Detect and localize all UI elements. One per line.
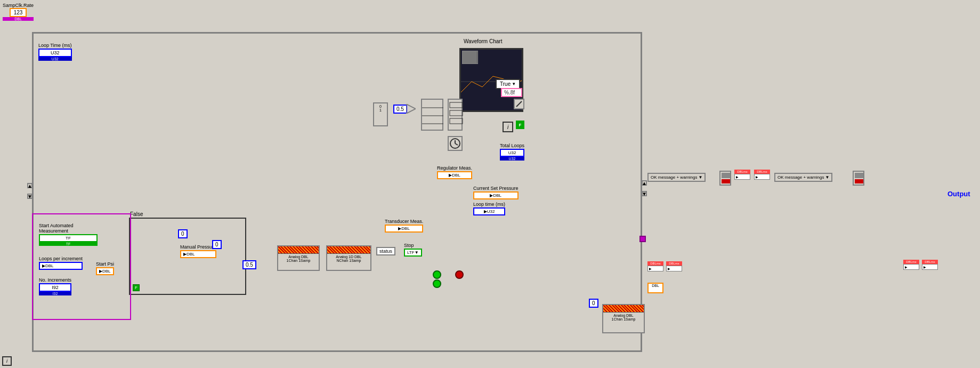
pen-icon-block[interactable] <box>514 99 524 109</box>
ok-msg-1-text: OK message + warnings <box>651 175 697 180</box>
output-label: Output <box>947 190 970 198</box>
red-circle <box>455 270 464 279</box>
array-index-block-1: 01 <box>373 102 388 126</box>
ok-msg-2-text: OK message + warnings <box>777 175 824 180</box>
loop-time-display: U32 <box>42 50 69 55</box>
total-loops-tag: U32 <box>500 157 524 161</box>
analog-dbl-top <box>278 246 319 254</box>
dbl-mux-bottom-2: DBLmx ▶ <box>666 261 682 277</box>
cur-set-press-value: ▶DBL <box>473 191 519 199</box>
stop-label: Stop <box>404 243 422 248</box>
svg-rect-77 <box>855 179 863 183</box>
loop-time-ms-value: ▶U32 <box>473 207 505 215</box>
manual-press-display: ▶DBL <box>183 252 213 257</box>
dbl-mux-bottom-1: DBLmx ▶ <box>647 261 663 277</box>
true-label: True <box>500 81 511 87</box>
sub-frame-purple <box>32 213 131 320</box>
loop-time-tag: U32 <box>38 57 72 61</box>
ok-msg-1-arrow: ▼ <box>698 175 702 180</box>
false-case-label[interactable]: False <box>130 211 143 217</box>
analog-dbl-block: Analog DBL1Chan 1Samp <box>277 245 320 271</box>
loop-time-ms-block: Loop time (ms) ▶U32 <box>473 202 505 215</box>
iter-terminal: i <box>2 356 12 366</box>
analog-dbl-label: Analog DBL1Chan 1Samp <box>278 254 319 263</box>
false-text: False <box>130 211 143 217</box>
stop-display: LTF▼ <box>407 250 419 255</box>
zero-const-bottom: 0 <box>589 299 598 308</box>
status-indicator: status <box>376 247 395 255</box>
ok-msg-block-1[interactable]: OK message + warnings ▼ <box>647 173 706 182</box>
dbl-mux-2: DBLmx ▶ <box>754 170 770 186</box>
trans-meas-block: Transducer Meas. ▶DBL <box>385 219 423 233</box>
svg-rect-74 <box>722 173 730 178</box>
reg-meas-block: Regulator Meas. ▶DBL <box>437 165 472 179</box>
stop-value: LTF▼ <box>404 249 422 257</box>
analog-1d-dbl-block: Analog 1D DBLNChan 1Samp <box>326 245 371 271</box>
dbl-indicator-bottom: DBL <box>647 283 663 293</box>
ok-msg-2-container[interactable]: OK message + warnings ▼ <box>774 173 832 182</box>
analog-1d-top <box>327 246 370 254</box>
total-loops-block: Total Loops U32 U32 <box>500 143 524 161</box>
array-out-block-1 <box>448 99 463 131</box>
ok-msg-2-arrow: ▼ <box>825 175 829 180</box>
green-circle-1 <box>433 270 441 279</box>
format-string-box: %.8f <box>501 88 522 97</box>
manual-press-block: Manual Pressure ▶DBL <box>180 244 216 258</box>
dbl-mux-right-2: DBLmx ▶ <box>922 260 938 276</box>
scroll-down[interactable]: ▼ <box>27 194 33 199</box>
reg-meas-value: ▶DBL <box>437 171 472 179</box>
svg-rect-70 <box>450 118 463 124</box>
dbl-mux-1: DBLmx ▶ <box>734 170 750 186</box>
analog-1d-label: Analog 1D DBLNChan 1Samp <box>327 254 370 263</box>
total-loops-value: U32 <box>500 149 524 157</box>
svg-rect-62 <box>462 51 477 64</box>
diagram-container: SampClk.Rate 123 DBL ▲ ▼ ▲ ▼ Loop Time (… <box>0 0 980 368</box>
i-terminal-waveform: i <box>503 122 513 132</box>
svg-rect-76 <box>855 173 863 178</box>
f-terminal: F <box>133 284 140 291</box>
multiply-05-block-2: 0.5 <box>242 260 256 269</box>
cur-set-press-block: Current Set Pressure ▶DBL <box>473 186 519 199</box>
loop-time-ms-label: Loop time (ms) <box>473 202 505 207</box>
small-icon-1 <box>719 171 731 186</box>
stop-block: Stop LTF▼ <box>404 243 422 257</box>
format-string-value: %.8f <box>504 90 515 95</box>
gain-triangle-1 <box>406 104 416 114</box>
svg-marker-64 <box>406 104 416 114</box>
scroll-right-up[interactable]: ▲ <box>642 180 647 186</box>
f-terminal-waveform: F <box>516 121 524 129</box>
trans-meas-value: ▶DBL <box>385 225 423 233</box>
analog-dbl-right-label: Analog DBL1Chan 1Samp <box>603 313 644 322</box>
multiply-05-block-1: 0.5 <box>393 105 407 114</box>
cur-set-press-label: Current Set Pressure <box>473 186 519 191</box>
loop-time-value: U32 <box>38 49 72 57</box>
sampclk-label: SampClk.Rate <box>3 3 34 8</box>
ok-msg-1-container[interactable]: OK message + warnings ▼ <box>647 173 706 182</box>
ok-msg-block-2[interactable]: OK message + warnings ▼ <box>774 173 832 182</box>
svg-rect-75 <box>722 179 730 183</box>
zero-const-1: 0 <box>212 240 222 249</box>
array-index-label-1: 01 <box>374 103 387 112</box>
timer-block <box>448 136 463 151</box>
purple-connector <box>639 236 646 242</box>
zero-const-in-case: 0 <box>178 229 188 238</box>
total-loops-display: U32 <box>504 150 520 155</box>
reg-meas-display: ▶DBL <box>441 173 468 178</box>
bundle-block-1 <box>421 99 443 131</box>
scroll-right-down[interactable]: ▼ <box>642 191 647 196</box>
total-loops-label: Total Loops <box>500 143 524 148</box>
scroll-up[interactable]: ▲ <box>27 183 33 188</box>
waveform-chart-label: Waveform Chart <box>464 38 502 44</box>
val-05-1: 0.5 <box>396 106 404 112</box>
small-icon-2 <box>853 171 864 186</box>
svg-line-78 <box>516 101 522 107</box>
reg-meas-label: Regulator Meas. <box>437 165 472 171</box>
loop-time-block: Loop Time (ms) U32 U32 <box>38 43 72 61</box>
analog-dbl-right-block: Analog DBL1Chan 1Samp <box>602 304 645 333</box>
val-05-2: 0.5 <box>246 262 253 268</box>
analog-dbl-right-top <box>603 305 644 313</box>
svg-line-73 <box>455 143 458 145</box>
cur-set-press-display: ▶DBL <box>477 193 514 198</box>
trans-meas-label: Transducer Meas. <box>385 219 423 224</box>
sampclk-type: DBL <box>3 17 34 21</box>
